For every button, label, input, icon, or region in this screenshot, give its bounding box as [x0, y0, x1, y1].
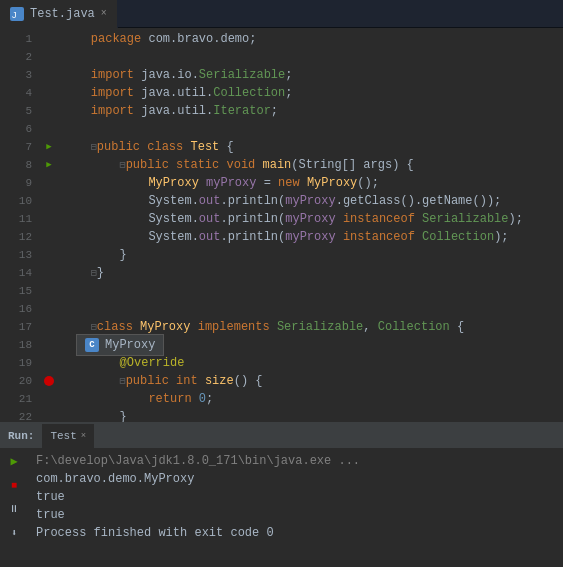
code-line: import java.util.Iterator;: [62, 102, 563, 120]
editor-tab[interactable]: J Test.java ×: [0, 0, 118, 28]
gutter-item: [40, 318, 58, 336]
run-tab[interactable]: Test ×: [42, 424, 94, 448]
line-number: 11: [0, 210, 32, 228]
autocomplete-popup[interactable]: C MyProxy: [76, 334, 164, 356]
line-number: 14: [0, 264, 32, 282]
gutter-item: [40, 66, 58, 84]
line-number: 20: [0, 372, 32, 390]
run-output-line: true: [36, 506, 555, 524]
line-number: 21: [0, 390, 32, 408]
code-line: package com.bravo.demo;: [62, 30, 563, 48]
gutter-item: [40, 210, 58, 228]
tab-bar: J Test.java ×: [0, 0, 563, 28]
gutter-item: [40, 354, 58, 372]
line-number: 15: [0, 282, 32, 300]
svg-text:J: J: [12, 10, 17, 20]
gutter-item: ▶: [40, 138, 58, 156]
run-command: F:\develop\Java\jdk1.8.0_171\bin\java.ex…: [36, 452, 555, 470]
code-line: ⊟public int size() {: [62, 372, 563, 390]
line-number: 8: [0, 156, 32, 174]
line-number: 22: [0, 408, 32, 422]
code-line: }: [62, 246, 563, 264]
gutter-item: [40, 408, 58, 422]
gutter-item: [40, 48, 58, 66]
gutter-item: [40, 390, 58, 408]
gutter-item: [40, 30, 58, 48]
line-number: 16: [0, 300, 32, 318]
line-number: 13: [0, 246, 32, 264]
code-line: ⊟public static void main(String[] args) …: [62, 156, 563, 174]
gutter: ▶▶: [40, 28, 58, 422]
gutter-item: [40, 228, 58, 246]
code-line: }: [62, 408, 563, 422]
gutter-item: [40, 120, 58, 138]
code-line: [62, 120, 563, 138]
line-number: 9: [0, 174, 32, 192]
code-line: [62, 48, 563, 66]
line-number: 1: [0, 30, 32, 48]
run-dump-button[interactable]: ⬇: [5, 524, 23, 542]
line-numbers: 1234567891011121314151617181920212223: [0, 28, 40, 422]
line-number: 3: [0, 66, 32, 84]
line-number: 2: [0, 48, 32, 66]
run-output-line: true: [36, 488, 555, 506]
run-tab-close[interactable]: ×: [81, 431, 86, 441]
tab-close-button[interactable]: ×: [101, 8, 107, 19]
run-output: F:\develop\Java\jdk1.8.0_171\bin\java.ex…: [28, 448, 563, 567]
gutter-item: [40, 336, 58, 354]
gutter-item: [40, 372, 58, 390]
run-pause-button[interactable]: ⏸: [5, 500, 23, 518]
run-stop-button[interactable]: ■: [5, 476, 23, 494]
run-play-button[interactable]: ▶: [5, 452, 23, 470]
line-number: 10: [0, 192, 32, 210]
run-output-line: com.bravo.demo.MyProxy: [36, 470, 555, 488]
line-number: 17: [0, 318, 32, 336]
line-number: 6: [0, 120, 32, 138]
autocomplete-class-icon: C: [85, 338, 99, 352]
line-number: 18: [0, 336, 32, 354]
line-number: 4: [0, 84, 32, 102]
code-line: [62, 282, 563, 300]
java-file-icon: J: [10, 7, 24, 21]
run-content: ▶ ■ ⏸ ⬇ F:\develop\Java\jdk1.8.0_171\bin…: [0, 448, 563, 567]
gutter-item: [40, 300, 58, 318]
code-line: @Override: [62, 354, 563, 372]
code-line: System.out.println(myProxy instanceof Co…: [62, 228, 563, 246]
code-line: System.out.println(myProxy.getClass().ge…: [62, 192, 563, 210]
code-line: MyProxy myProxy = new MyProxy();: [62, 174, 563, 192]
gutter-item: [40, 282, 58, 300]
run-label: Run:: [0, 430, 42, 442]
line-number: 19: [0, 354, 32, 372]
gutter-item: [40, 192, 58, 210]
gutter-item: [40, 84, 58, 102]
code-line: import java.util.Collection;: [62, 84, 563, 102]
code-area[interactable]: package com.bravo.demo; import java.io.S…: [58, 28, 563, 422]
code-line: System.out.println(myProxy instanceof Se…: [62, 210, 563, 228]
run-tab-label: Test: [50, 430, 76, 442]
code-line: ⊟public class Test {: [62, 138, 563, 156]
code-line: ⊟}: [62, 264, 563, 282]
run-toolbar: ▶ ■ ⏸ ⬇: [0, 448, 28, 567]
gutter-item: ▶: [40, 156, 58, 174]
line-number: 12: [0, 228, 32, 246]
gutter-item: [40, 246, 58, 264]
code-line: import java.io.Serializable;: [62, 66, 563, 84]
process-exit-line: Process finished with exit code 0: [36, 524, 555, 542]
run-tab-bar: Run: Test ×: [0, 424, 563, 448]
line-number: 7: [0, 138, 32, 156]
tab-label: Test.java: [30, 7, 95, 21]
line-number: 5: [0, 102, 32, 120]
gutter-item: [40, 102, 58, 120]
run-panel: Run: Test × ▶ ■ ⏸ ⬇ F:\develop\Java\jdk1…: [0, 422, 563, 567]
code-line: return 0;: [62, 390, 563, 408]
gutter-item: [40, 174, 58, 192]
gutter-item: [40, 264, 58, 282]
code-line: [62, 300, 563, 318]
autocomplete-text: MyProxy: [105, 338, 155, 352]
code-editor: 1234567891011121314151617181920212223 ▶▶…: [0, 28, 563, 422]
